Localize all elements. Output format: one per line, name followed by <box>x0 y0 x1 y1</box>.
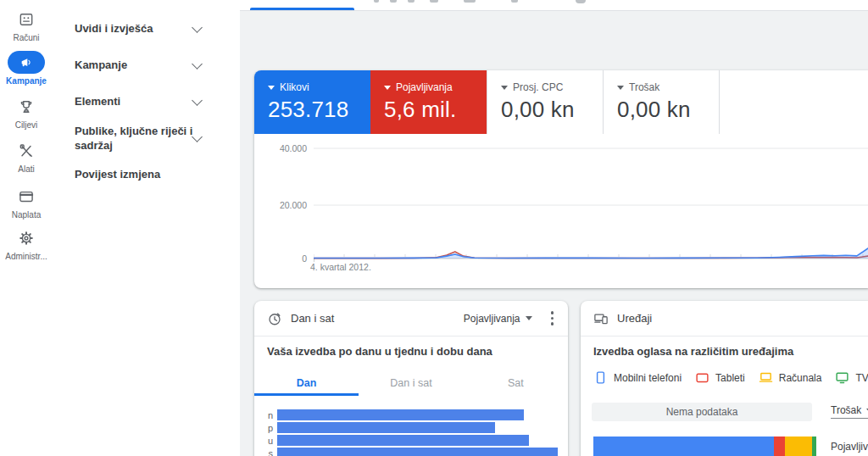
laptop-icon <box>759 370 773 385</box>
rail-item-alati[interactable]: Alati <box>0 140 53 174</box>
scorecard-trosak[interactable]: Trošak 0,00 kn <box>603 70 719 134</box>
day-label: s <box>254 448 277 456</box>
scorecard-prosj-cpc[interactable]: Prosj. CPC 0,00 kn <box>487 70 603 134</box>
billing-icon <box>18 188 35 205</box>
kebab-menu-icon[interactable] <box>549 309 556 327</box>
rail-item-label: Ciljevi <box>0 120 53 130</box>
y-axis-tick: 0 <box>256 253 307 264</box>
y-axis-tick: 40.000 <box>256 143 307 153</box>
panel-subtitle: Izvedba oglasa na različitim uređajima <box>593 345 793 358</box>
legend-label: Mobilni telefoni <box>614 372 682 384</box>
caret-down-icon[interactable] <box>384 86 391 90</box>
legend-item-racunala[interactable]: Računala <box>759 370 822 385</box>
segment-tableti[interactable] <box>774 437 785 456</box>
rail-item-racuni[interactable]: Računi <box>0 8 53 42</box>
device-stacked-bar[interactable] <box>593 437 816 456</box>
caret-down-icon[interactable] <box>501 86 508 90</box>
menu-item-publike[interactable]: Publike, ključne riječi i sadržaj <box>75 124 228 153</box>
menu-item-kampanje[interactable]: Kampanje <box>75 58 228 72</box>
day-bar-row: n <box>254 409 564 421</box>
nav-menu: Uvidi i izvješća Kampanje Elementi Publi… <box>53 0 240 456</box>
stacked-row-label: Pojavljivanja <box>831 441 868 453</box>
day-label: u <box>254 436 277 446</box>
metric-dropdown[interactable]: Pojavljivanja <box>464 313 532 325</box>
rail-item-kampanje[interactable]: Kampanje <box>0 51 53 86</box>
performance-line-chart[interactable] <box>314 134 868 274</box>
devices-icon <box>593 311 609 326</box>
phone-icon <box>593 370 608 385</box>
active-tab-underline <box>250 8 354 10</box>
clipped-toolbar-icon <box>511 0 518 3</box>
day-label: p <box>254 423 277 433</box>
rail-item-ciljevi[interactable]: Ciljevi <box>0 96 53 130</box>
clock-icon <box>267 311 282 326</box>
y-axis-tick: 20.000 <box>256 200 307 210</box>
tablet-icon <box>695 370 709 385</box>
panel-title: Uređaji <box>617 312 652 325</box>
panel-subtitle: Vaša izvedba po danu u tjednu i dobu dan… <box>267 345 492 358</box>
scorecard-label: Klikovi <box>280 81 309 93</box>
gear-icon <box>18 230 35 247</box>
tab-sat[interactable]: Sat <box>464 373 568 396</box>
clipped-toolbar-icon <box>430 0 438 3</box>
overview-chart-card: Klikovi 253.718 Pojavljivanja 5,6 mil. P… <box>254 70 868 288</box>
day-bar[interactable] <box>277 448 558 456</box>
rail-item-administracija[interactable]: Administr... <box>0 227 53 261</box>
rail-item-label: Alati <box>0 164 53 174</box>
menu-item-povijest-izmjena[interactable]: Povijest izmjena <box>75 167 228 181</box>
segment-racunala[interactable] <box>785 437 812 456</box>
segment-mobilni-telefoni[interactable] <box>593 437 774 456</box>
scorecard-klikovi[interactable]: Klikovi 253.718 <box>254 70 370 134</box>
legend-label: Računala <box>779 372 822 384</box>
day-bar-chart: n p u s <box>254 409 564 456</box>
devices-panel: Uređaji Izvedba oglasa na različitim ure… <box>581 301 868 456</box>
x-axis-label: 4. kvartal 2012. <box>310 262 371 272</box>
menu-item-elementi[interactable]: Elementi <box>75 94 228 108</box>
devices-legend: Mobilni telefoni Tableti Računala TV zas… <box>593 370 868 385</box>
clipped-toolbar-icon <box>374 0 379 3</box>
day-hour-header: Dan i sat Pojavljivanja <box>254 301 568 336</box>
scorecard-label: Trošak <box>629 81 659 93</box>
legend-label: Tableti <box>715 372 745 384</box>
nav-rail: Računi Kampanje Ciljevi <box>0 0 53 456</box>
clipped-toolbar-icon <box>408 0 415 3</box>
trophy-icon <box>18 98 35 115</box>
scorecards-row: Klikovi 253.718 Pojavljivanja 5,6 mil. P… <box>254 70 868 134</box>
google-ads-app: Računi Kampanje Ciljevi <box>0 0 868 456</box>
devices-header: Uređaji <box>581 301 868 336</box>
scorecard-value: 5,6 mil. <box>384 97 487 123</box>
accounts-icon <box>18 11 35 28</box>
main-content: Klikovi 253.718 Pojavljivanja 5,6 mil. P… <box>240 0 868 456</box>
no-data-banner: Nema podataka <box>592 403 812 421</box>
menu-item-label: Publike, ključne riječi i sadržaj <box>75 124 203 153</box>
segment-tv-zasloni[interactable] <box>812 437 816 456</box>
legend-item-tableti[interactable]: Tableti <box>695 370 745 385</box>
scorecard-label: Pojavljivanja <box>396 81 453 93</box>
day-bar[interactable] <box>277 409 524 420</box>
caret-down-icon[interactable] <box>268 86 275 90</box>
day-bar[interactable] <box>277 435 529 446</box>
day-label: n <box>254 410 277 420</box>
tools-icon <box>18 142 35 159</box>
legend-item-mobilni-telefoni[interactable]: Mobilni telefoni <box>593 370 682 385</box>
menu-item-label: Elementi <box>75 94 120 108</box>
caret-down-icon[interactable] <box>617 86 624 90</box>
clipped-toolbar-icon <box>464 0 476 3</box>
day-bar[interactable] <box>277 422 495 433</box>
top-tab-strip <box>240 0 868 11</box>
metric-dropdown-value: Pojavljivanja <box>464 313 520 325</box>
rail-item-naplata[interactable]: Naplata <box>0 186 53 220</box>
day-bar-row: s <box>254 447 564 456</box>
legend-label: TV zasloni <box>855 372 868 384</box>
scorecard-value: 0,00 kn <box>617 97 719 123</box>
scorecard-pojavljivanja[interactable]: Pojavljivanja 5,6 mil. <box>370 70 487 134</box>
menu-item-uvidi-i-izvjesca[interactable]: Uvidi i izvješća <box>75 21 228 36</box>
scorecard-label: Prosj. CPC <box>513 81 563 93</box>
legend-item-tv-zasloni[interactable]: TV zasloni <box>835 370 868 385</box>
caret-down-icon <box>526 316 532 320</box>
tab-dan[interactable]: Dan <box>254 373 359 396</box>
scorecard-value: 0,00 kn <box>501 97 603 123</box>
tab-dan-i-sat[interactable]: Dan i sat <box>359 373 463 396</box>
sort-dropdown[interactable]: Trošak <box>831 404 868 419</box>
performance-chart-area: 40.000 20.000 0 4. kvartal 2012. <box>254 134 868 288</box>
